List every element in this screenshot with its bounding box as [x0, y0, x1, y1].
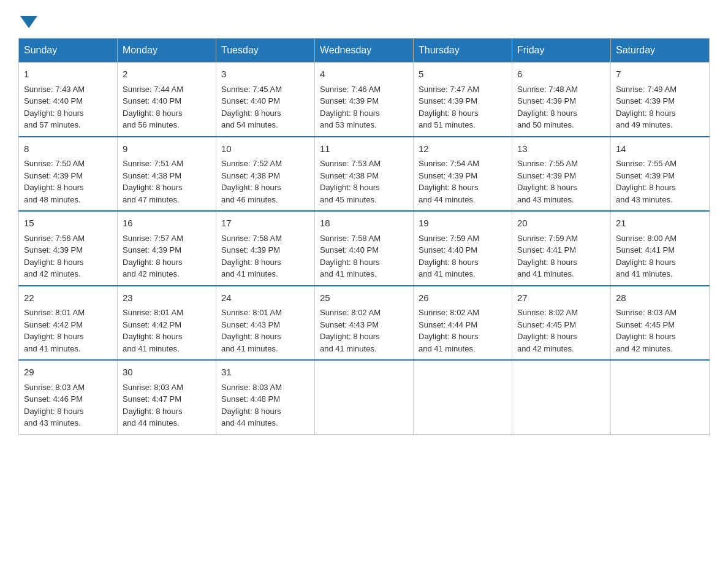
sunset-label: Sunset: 4:39 PM: [419, 171, 477, 180]
sunrise-label: Sunrise: 8:02 AM: [517, 308, 578, 317]
sunset-label: Sunset: 4:43 PM: [320, 320, 379, 329]
daylight-minutes: and 41 minutes.: [616, 269, 673, 278]
day-number: 30: [123, 366, 211, 380]
day-number: 5: [419, 67, 507, 82]
calendar-cell: 31Sunrise: 8:03 AMSunset: 4:48 PMDayligh…: [216, 360, 315, 434]
daylight-minutes: and 47 minutes.: [123, 195, 180, 204]
calendar-header-monday: Monday: [118, 39, 216, 63]
daylight-label: Daylight: 8 hours: [419, 109, 479, 118]
day-number: 12: [419, 142, 507, 156]
sunset-label: Sunset: 4:38 PM: [123, 171, 181, 180]
sunset-label: Sunset: 4:39 PM: [419, 96, 477, 105]
day-number: 17: [221, 216, 309, 231]
daylight-label: Daylight: 8 hours: [419, 258, 479, 267]
sunrise-label: Sunrise: 8:02 AM: [419, 308, 479, 317]
day-number: 27: [517, 291, 605, 305]
calendar-cell: 2Sunrise: 7:44 AMSunset: 4:40 PMDaylight…: [118, 63, 216, 137]
day-number: 1: [24, 67, 112, 82]
calendar-cell: 28Sunrise: 8:03 AMSunset: 4:45 PMDayligh…: [611, 286, 710, 361]
daylight-minutes: and 41 minutes.: [24, 344, 81, 353]
day-number: 23: [123, 291, 211, 305]
calendar-cell: 30Sunrise: 8:03 AMSunset: 4:47 PMDayligh…: [118, 360, 216, 434]
sunrise-label: Sunrise: 8:02 AM: [320, 308, 381, 317]
sunset-label: Sunset: 4:42 PM: [24, 320, 83, 329]
sunrise-label: Sunrise: 8:03 AM: [24, 383, 85, 392]
daylight-label: Daylight: 8 hours: [221, 183, 281, 192]
calendar-cell: 9Sunrise: 7:51 AMSunset: 4:38 PMDaylight…: [118, 137, 216, 212]
sunset-label: Sunset: 4:41 PM: [517, 245, 576, 255]
calendar-cell: 21Sunrise: 8:00 AMSunset: 4:41 PMDayligh…: [611, 211, 710, 286]
sunset-label: Sunset: 4:42 PM: [123, 320, 181, 329]
calendar-cell: 20Sunrise: 7:59 AMSunset: 4:41 PMDayligh…: [512, 211, 611, 286]
day-number: 21: [616, 216, 704, 231]
sunset-label: Sunset: 4:39 PM: [123, 245, 181, 255]
daylight-minutes: and 41 minutes.: [221, 344, 278, 353]
calendar-cell: 17Sunrise: 7:58 AMSunset: 4:39 PMDayligh…: [216, 211, 315, 286]
sunset-label: Sunset: 4:41 PM: [616, 245, 675, 255]
daylight-label: Daylight: 8 hours: [517, 258, 577, 267]
calendar-cell: 4Sunrise: 7:46 AMSunset: 4:39 PMDaylight…: [315, 63, 414, 137]
sunset-label: Sunset: 4:40 PM: [419, 245, 477, 255]
calendar-cell: 16Sunrise: 7:57 AMSunset: 4:39 PMDayligh…: [118, 211, 216, 286]
sunrise-label: Sunrise: 7:54 AM: [419, 159, 479, 168]
sunrise-label: Sunrise: 8:03 AM: [616, 308, 677, 317]
daylight-label: Daylight: 8 hours: [221, 332, 281, 341]
calendar-cell: 23Sunrise: 8:01 AMSunset: 4:42 PMDayligh…: [118, 286, 216, 361]
day-number: 19: [419, 216, 507, 231]
calendar-header-sunday: Sunday: [19, 39, 118, 63]
calendar-cell: 10Sunrise: 7:52 AMSunset: 4:38 PMDayligh…: [216, 137, 315, 212]
calendar-header-wednesday: Wednesday: [315, 39, 414, 63]
sunrise-label: Sunrise: 8:00 AM: [616, 234, 677, 243]
calendar-week-2: 8Sunrise: 7:50 AMSunset: 4:39 PMDaylight…: [19, 137, 710, 212]
daylight-label: Daylight: 8 hours: [517, 183, 577, 192]
day-number: 31: [221, 366, 309, 380]
daylight-label: Daylight: 8 hours: [320, 258, 380, 267]
daylight-label: Daylight: 8 hours: [123, 407, 183, 416]
day-number: 11: [320, 142, 408, 156]
sunset-label: Sunset: 4:45 PM: [517, 320, 576, 329]
day-number: 3: [221, 67, 309, 82]
day-number: 8: [24, 142, 112, 156]
calendar-cell: 3Sunrise: 7:45 AMSunset: 4:40 PMDaylight…: [216, 63, 315, 137]
daylight-minutes: and 41 minutes.: [419, 344, 476, 353]
calendar-cell: 15Sunrise: 7:56 AMSunset: 4:39 PMDayligh…: [19, 211, 118, 286]
daylight-label: Daylight: 8 hours: [24, 183, 84, 192]
daylight-label: Daylight: 8 hours: [616, 109, 676, 118]
daylight-minutes: and 44 minutes.: [221, 418, 278, 427]
sunrise-label: Sunrise: 7:45 AM: [221, 85, 282, 94]
calendar-week-4: 22Sunrise: 8:01 AMSunset: 4:42 PMDayligh…: [19, 286, 710, 361]
calendar-cell: 24Sunrise: 8:01 AMSunset: 4:43 PMDayligh…: [216, 286, 315, 361]
sunset-label: Sunset: 4:39 PM: [24, 171, 83, 180]
daylight-label: Daylight: 8 hours: [517, 109, 577, 118]
daylight-label: Daylight: 8 hours: [221, 109, 281, 118]
sunset-label: Sunset: 4:39 PM: [320, 96, 379, 105]
daylight-minutes: and 41 minutes.: [320, 269, 377, 278]
calendar-cell: 25Sunrise: 8:02 AMSunset: 4:43 PMDayligh…: [315, 286, 414, 361]
calendar-cell: 29Sunrise: 8:03 AMSunset: 4:46 PMDayligh…: [19, 360, 118, 434]
calendar-week-3: 15Sunrise: 7:56 AMSunset: 4:39 PMDayligh…: [19, 211, 710, 286]
sunrise-label: Sunrise: 7:57 AM: [123, 234, 183, 243]
sunset-label: Sunset: 4:40 PM: [320, 245, 379, 255]
daylight-label: Daylight: 8 hours: [320, 109, 380, 118]
sunrise-label: Sunrise: 8:01 AM: [123, 308, 183, 317]
daylight-minutes: and 57 minutes.: [24, 120, 81, 129]
daylight-minutes: and 41 minutes.: [221, 269, 278, 278]
calendar-cell: [512, 360, 611, 434]
sunrise-label: Sunrise: 7:48 AM: [517, 85, 578, 94]
day-number: 24: [221, 291, 309, 305]
daylight-minutes: and 42 minutes.: [517, 344, 574, 353]
day-number: 20: [517, 216, 605, 231]
daylight-minutes: and 49 minutes.: [616, 120, 673, 129]
daylight-label: Daylight: 8 hours: [419, 332, 479, 341]
sunrise-label: Sunrise: 7:55 AM: [517, 159, 578, 168]
day-number: 16: [123, 216, 211, 231]
daylight-label: Daylight: 8 hours: [24, 407, 84, 416]
daylight-minutes: and 43 minutes.: [616, 195, 673, 204]
daylight-minutes: and 53 minutes.: [320, 120, 377, 129]
daylight-minutes: and 41 minutes.: [419, 269, 476, 278]
daylight-minutes: and 42 minutes.: [616, 344, 673, 353]
sunset-label: Sunset: 4:40 PM: [24, 96, 83, 105]
sunrise-label: Sunrise: 7:43 AM: [24, 85, 85, 94]
daylight-minutes: and 41 minutes.: [517, 269, 574, 278]
day-number: 26: [419, 291, 507, 305]
